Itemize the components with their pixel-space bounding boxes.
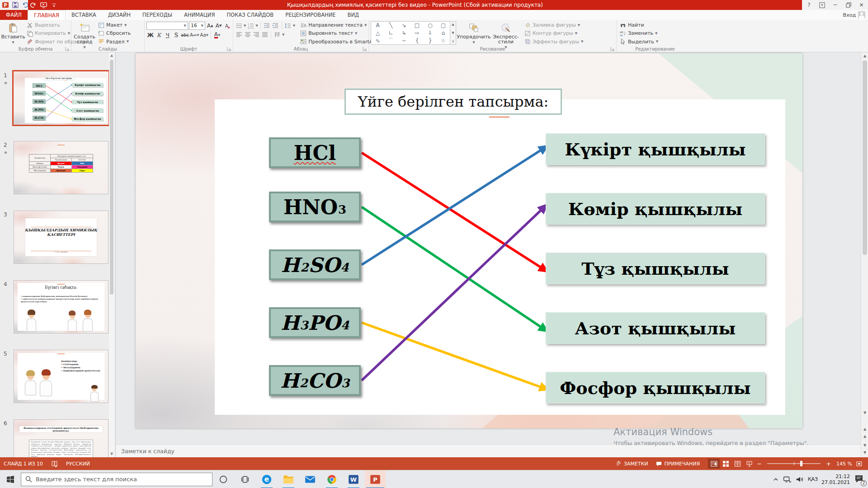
find-button[interactable]: Найти [618, 21, 660, 29]
taskbar-mail-icon[interactable] [300, 470, 321, 488]
tab-вставка[interactable]: ВСТАВКА [66, 10, 102, 20]
font-color-button[interactable]: А▼ [213, 31, 221, 39]
shape-text-box-icon[interactable]: A [376, 23, 379, 28]
tab-вид[interactable]: ВИД [342, 10, 365, 20]
taskbar-word-icon[interactable]: W [343, 470, 364, 488]
formula-box-HCl[interactable]: HCl [269, 137, 361, 168]
slide-editing-surface[interactable]: Үйге берілген тапсырма: HClHNO3H2SO4H3PO… [136, 53, 802, 428]
shape-triangle-icon[interactable]: △ [376, 30, 380, 36]
powerpoint-logo-icon[interactable]: P [2, 1, 9, 9]
acid-name-box[interactable]: Күкірт қышқылы [546, 133, 765, 165]
shape-star-icon[interactable]: ☆ [441, 38, 446, 43]
ribbon-display-options-icon[interactable] [816, 0, 829, 10]
align-right-button[interactable] [252, 31, 260, 38]
thumbnail-slide-3[interactable]: 3 ҚЫШҚЫЛДАРДЫҢ ХИМИЯЛЫҚ ҚАСИЕТТЕРІ7-«б» … [4, 211, 112, 264]
customize-qat-icon[interactable] [51, 2, 57, 9]
font-name-combo[interactable]: ▼ [146, 22, 188, 30]
previous-slide-icon[interactable]: ▲▲ [861, 426, 868, 433]
decrease-indent-button[interactable] [263, 22, 271, 29]
action-center-button[interactable]: 2 [854, 474, 865, 485]
shape-outline-button[interactable]: Контур фигуры▼ [523, 29, 585, 37]
font-dialog-launcher[interactable] [227, 47, 231, 51]
tab-переходы[interactable]: ПЕРЕХОДЫ [137, 10, 178, 20]
shape-arc-icon[interactable]: ⌒ [388, 38, 394, 43]
notes-pane[interactable]: Заметки к слайду [116, 444, 861, 457]
grow-font-button[interactable]: А▲ [206, 22, 214, 29]
taskbar-explorer-icon[interactable] [278, 470, 299, 488]
clear-formatting-button[interactable]: А [223, 22, 231, 29]
acid-name-box[interactable]: Көмір қышқылы [546, 193, 765, 225]
shape-left-brace-icon[interactable]: { [415, 38, 419, 43]
character-spacing-button[interactable]: А⇔▼ [190, 31, 199, 39]
scroll-up-icon[interactable]: ▲ [109, 52, 114, 59]
shapes-gallery-scrollbar[interactable]: ▲▼⊻ [450, 21, 456, 45]
formula-box-H2SO4[interactable]: H2SO4 [33, 99, 46, 104]
slide-title-box[interactable]: Үйге берілген тапсырма: [43, 76, 74, 80]
shape-scribble-icon[interactable]: ∿ [375, 38, 380, 43]
canvas-scrollbar[interactable]: ▲ ▼ ▲▲ ▼▼ [861, 52, 868, 457]
thumbnail-slide-1[interactable]: 1★ Үйге берілген тапсырма: HClHNO3H2SO4H… [4, 71, 112, 125]
select-button[interactable]: Выделить▼ [618, 38, 660, 46]
shape-elbow-icon[interactable]: ∟ [388, 30, 393, 36]
quick-styles-button[interactable]: Экспресс-стили▼ [491, 21, 520, 46]
shapes-gallery[interactable]: A╲↘□○▢△∟↳⇨⇩⌂∿⌒∼{}☆ [371, 21, 450, 45]
minimize-icon[interactable]: ─ [829, 0, 842, 10]
drawing-dialog-launcher[interactable] [610, 47, 615, 51]
shape-oval-icon[interactable]: ○ [428, 23, 432, 28]
save-icon[interactable] [12, 1, 19, 9]
formula-box-H2CO3[interactable]: H2CO3 [269, 365, 361, 396]
thumbnail-slide-4[interactable]: 4 Бүгінгі сабақта: • қышқылдардың бейтар… [4, 280, 112, 333]
thumbnail-scrollbar[interactable]: ▲ ▼ [109, 52, 114, 457]
formula-box-HCl[interactable]: HCl [33, 83, 46, 88]
volume-icon[interactable] [795, 475, 804, 484]
acid-name-box[interactable]: Азот қышқылы [72, 108, 103, 113]
change-case-button[interactable]: Аа▼ [200, 31, 208, 39]
underline-button[interactable]: Ч [164, 31, 171, 39]
zoom-in-button[interactable]: + [824, 460, 833, 467]
replace-button[interactable]: abacЗаменить▼ [618, 29, 660, 37]
thumbnail-slide-5[interactable]: 5 Қышқылдар:• Сілтілермен;• Металдармен;… [4, 350, 112, 403]
notes-toggle[interactable]: ЗАМЕТКИ [616, 461, 648, 467]
clock[interactable]: 21:1227.01.2021 [821, 474, 850, 485]
acid-name-box[interactable]: Көмір қышқылы [72, 91, 103, 96]
paragraph-dialog-launcher[interactable] [363, 47, 367, 51]
acid-name-box[interactable]: Күкірт қышқылы [72, 83, 103, 87]
help-icon[interactable]: ? [802, 0, 816, 10]
task-view-button[interactable] [235, 470, 255, 488]
layout-button[interactable]: Макет▼ [97, 21, 132, 29]
shape-arrow-icon[interactable]: ↘ [401, 23, 406, 28]
slide-number-indicator[interactable]: СЛАЙД 1 ИЗ 10 [4, 461, 43, 467]
shape-home-icon[interactable]: ⌂ [442, 30, 445, 36]
view-slideshow-button[interactable] [743, 459, 755, 469]
acid-name-box[interactable]: Фосфор қышқылы [72, 117, 103, 121]
text-shadow-button[interactable]: S [172, 31, 180, 39]
sign-in[interactable]: Вход [843, 10, 865, 20]
cortana-button[interactable] [213, 470, 234, 488]
strikethrough-button[interactable]: abc [181, 31, 189, 39]
next-slide-icon[interactable]: ▼▼ [861, 442, 868, 449]
view-reading-button[interactable] [731, 459, 743, 469]
shape-fill-button[interactable]: Заливка фигуры▼ [523, 21, 585, 29]
paste-button[interactable]: Вставить▼ [2, 21, 24, 46]
close-icon[interactable]: ✕ [855, 0, 868, 10]
tab-анимация[interactable]: АНИМАЦИЯ [178, 10, 221, 20]
shape-down-arrow-icon[interactable]: ⇩ [428, 30, 432, 36]
comments-toggle[interactable]: ПРИМЕЧАНИЯ [656, 461, 700, 467]
tab-дизайн[interactable]: ДИЗАЙН [102, 10, 137, 20]
taskbar-edge-icon[interactable]: e [256, 470, 277, 488]
redo-icon[interactable] [30, 2, 37, 9]
shape-right-arrow-icon[interactable]: ⇨ [415, 30, 419, 36]
increase-indent-button[interactable] [272, 22, 279, 29]
scroll-up-icon[interactable]: ▲ [861, 52, 868, 60]
formula-box-H2CO3[interactable]: H2CO3 [33, 116, 46, 120]
start-button[interactable] [0, 470, 21, 488]
reset-button[interactable]: Сбросить [97, 29, 132, 37]
taskbar-chrome-icon[interactable] [321, 470, 342, 488]
restore-icon[interactable] [842, 0, 855, 10]
section-button[interactable]: Раздел▼ [97, 38, 132, 46]
spellcheck-icon[interactable] [51, 460, 58, 467]
thumbnail-slide-2[interactable]: 2★ ИндикаторОртадағы индикатордың түсі Қ… [4, 141, 112, 194]
line-spacing-button[interactable] [284, 22, 292, 29]
formula-box-H3PO4[interactable]: H3PO4 [269, 307, 361, 338]
bold-button[interactable]: Ж [146, 31, 154, 39]
